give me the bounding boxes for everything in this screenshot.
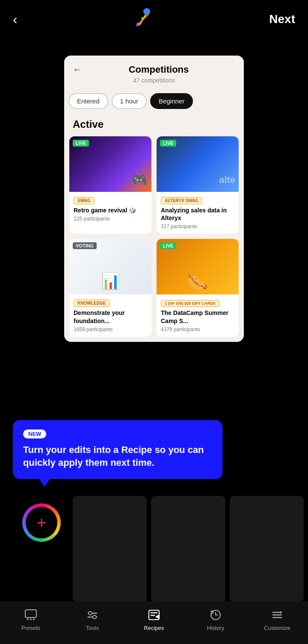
top-bar: ‹ Next [0, 0, 308, 38]
comp-card-datacamp-participants: 4379 participants [161, 326, 234, 332]
comp-card-knowledge-image: VOTING [69, 239, 151, 294]
comp-back-button[interactable]: ← [73, 64, 82, 75]
section-title: Active [64, 114, 244, 136]
svg-point-0 [143, 8, 150, 15]
live-badge-retro: LIVE [73, 140, 89, 147]
svg-point-6 [27, 618, 29, 620]
comp-card-datacamp[interactable]: LIVE 1 (OF 100) $25 GIFT CARDS The DataC… [157, 239, 239, 336]
recipes-icon [146, 607, 162, 623]
comp-tag-alteryx: ALTERYX SWAG [161, 197, 202, 204]
top-back-button[interactable]: ‹ [13, 12, 18, 27]
nav-label-customize: Customize [264, 625, 290, 631]
nav-label-history: History [207, 625, 224, 631]
comp-header: ← Competitions 47 competitions [64, 56, 244, 88]
comp-card-alteryx-image: LIVE [157, 136, 239, 192]
logo-icon [130, 6, 156, 32]
add-recipe-inner: + [26, 507, 57, 538]
dim-panel-2 [151, 496, 225, 603]
comp-grid: LIVE SWAG Retro game revival 🎲 225 parti… [64, 136, 244, 342]
nav-label-recipes: Recipes [144, 625, 164, 631]
comp-card-retro-participants: 225 participants [74, 216, 147, 222]
svg-marker-21 [280, 611, 282, 614]
plus-icon: + [37, 515, 46, 531]
comp-title: Competitions [73, 64, 235, 75]
next-button[interactable]: Next [269, 12, 295, 26]
customize-icon [270, 607, 285, 623]
svg-point-7 [30, 618, 32, 620]
filter-tab-beginner[interactable]: Beginner [150, 93, 193, 109]
filter-tab-1hour[interactable]: 1 hour [112, 93, 147, 109]
comp-card-retro[interactable]: LIVE SWAG Retro game revival 🎲 225 parti… [69, 136, 151, 234]
comp-card-alteryx-participants: 317 participants [161, 223, 234, 229]
nav-item-tools[interactable]: Tools [62, 607, 123, 631]
comp-tag-datacamp: 1 (OF 100) $25 GIFT CARDS [161, 300, 219, 307]
comp-tag-retro: SWAG [74, 197, 95, 204]
presets-icon [23, 607, 38, 623]
comp-card-datacamp-image: LIVE [157, 239, 239, 294]
comp-tag-knowledge: KNOWLEDGE [74, 300, 110, 307]
comp-count: 47 competitions [73, 77, 235, 84]
nav-label-tools: Tools [86, 625, 99, 631]
filter-tabs: Entered 1 hour Beginner [64, 88, 244, 114]
tooltip-text: Turn your edits into a Recipe so you can… [23, 444, 212, 469]
svg-point-8 [33, 618, 35, 620]
tooltip-bubble: NEW Turn your edits into a Recipe so you… [13, 420, 222, 479]
live-badge-datacamp: LIVE [160, 242, 176, 249]
nav-item-history[interactable]: History [185, 607, 246, 631]
comp-card-datacamp-name: The DataCamp Summer Camp S... [161, 309, 234, 324]
add-recipe-button[interactable]: + [22, 503, 61, 542]
tools-icon [85, 607, 100, 623]
history-icon [208, 607, 223, 623]
bottom-nav: Presets Tools Recipes [0, 601, 308, 644]
comp-card-knowledge-participants: 1659 participants [74, 326, 147, 332]
comp-card-alteryx-name: Analyzing sales data in Alteryx [161, 206, 234, 222]
comp-card-knowledge[interactable]: VOTING KNOWLEDGE Demonstrate your founda… [69, 239, 151, 336]
svg-rect-5 [25, 610, 36, 618]
nav-item-presets[interactable]: Presets [0, 607, 62, 631]
svg-point-10 [89, 612, 92, 615]
competitions-screen: ← Competitions 47 competitions Entered 1… [64, 56, 244, 342]
nav-item-recipes[interactable]: Recipes [123, 607, 185, 631]
comp-card-retro-body: SWAG Retro game revival 🎲 225 participan… [69, 192, 151, 226]
filter-tab-entered[interactable]: Entered [68, 93, 108, 109]
nav-label-presets: Presets [21, 625, 40, 631]
new-badge: NEW [23, 429, 46, 438]
comp-card-alteryx-body: ALTERYX SWAG Analyzing sales data in Alt… [157, 192, 239, 234]
svg-marker-16 [155, 614, 160, 619]
voting-badge-knowledge: VOTING [73, 242, 97, 249]
comp-card-alteryx[interactable]: LIVE ALTERYX SWAG Analyzing sales data i… [157, 136, 239, 234]
dim-panel-3 [230, 496, 304, 603]
dim-panel-1 [73, 496, 147, 603]
comp-card-knowledge-name: Demonstrate your foundation... [74, 309, 147, 324]
nav-item-customize[interactable]: Customize [246, 607, 308, 631]
comp-card-knowledge-body: KNOWLEDGE Demonstrate your foundation...… [69, 294, 151, 336]
comp-card-retro-image: LIVE [69, 136, 151, 192]
svg-line-4 [140, 15, 145, 24]
svg-point-12 [93, 615, 96, 619]
live-badge-alteryx: LIVE [160, 140, 176, 147]
comp-card-retro-name: Retro game revival 🎲 [74, 206, 147, 214]
comp-card-datacamp-body: 1 (OF 100) $25 GIFT CARDS The DataCamp S… [157, 294, 239, 336]
